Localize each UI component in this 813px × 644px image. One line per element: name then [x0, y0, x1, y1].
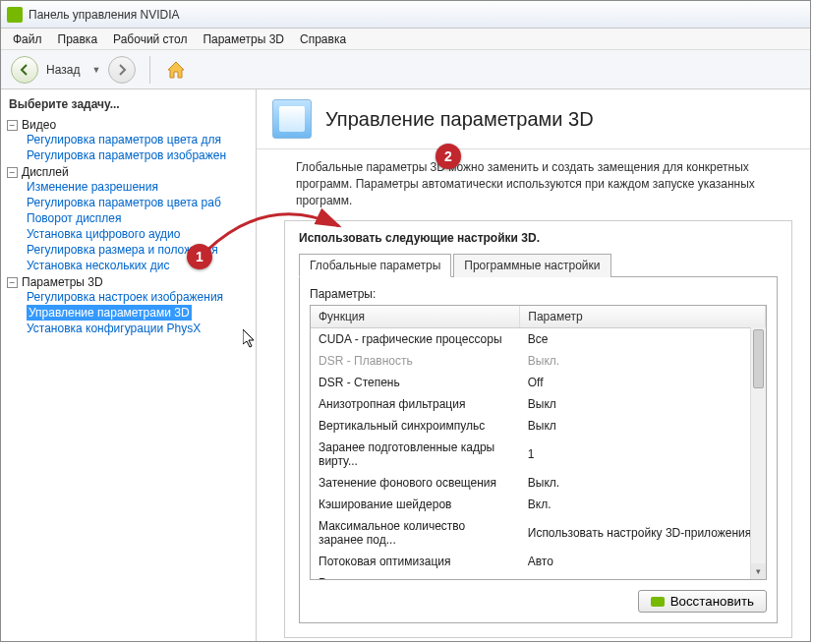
page-header: Управление параметрами 3D [257, 89, 810, 149]
tree-category-3d[interactable]: Параметры 3D [22, 275, 103, 289]
cell-function: CUDA - графические процессоры [311, 328, 520, 351]
menu-params3d[interactable]: Параметры 3D [195, 30, 292, 48]
cell-function: Кэширование шейдеров [311, 494, 520, 515]
tree-item[interactable]: Установка нескольких дис [27, 259, 169, 272]
table-row[interactable]: Заранее подготовленные кадры вирту...1 [311, 437, 766, 472]
tab-global[interactable]: Глобальные параметры [299, 254, 451, 277]
tabs: Глобальные параметры Программные настрой… [299, 253, 778, 277]
cell-parameter: Off [520, 372, 766, 393]
body: Выберите задачу... −Видео Регулировка па… [1, 89, 810, 641]
tree-category-video[interactable]: Видео [22, 118, 56, 132]
cell-function: Затенение фонового освещения [311, 472, 520, 494]
menubar: Файл Правка Рабочий стол Параметры 3D Сп… [1, 29, 810, 50]
sidebar: Выберите задачу... −Видео Регулировка па… [1, 89, 257, 641]
table-row[interactable]: CUDA - графические процессорыВсе [311, 328, 766, 351]
cell-function: Вертикальный синхроимпульс [311, 415, 520, 437]
cell-function: Потоковая оптимизация [311, 551, 520, 572]
back-dropdown-icon[interactable]: ▼ [91, 65, 100, 75]
menu-file[interactable]: Файл [5, 30, 50, 48]
tree-item-manage-3d[interactable]: Управление параметрами 3D [27, 305, 192, 321]
table-row[interactable]: Анизотропная фильтрацияВыкл [311, 393, 766, 415]
window-title: Панель управления NVIDIA [29, 8, 180, 22]
table-row[interactable]: Максимальное количество заранее под...Ис… [311, 515, 766, 551]
tree-item[interactable]: Установка конфигурации PhysX [27, 322, 201, 335]
scrollbar-thumb[interactable] [753, 329, 764, 388]
tree-item[interactable]: Изменение разрешения [27, 180, 158, 194]
cell-function: Заранее подготовленные кадры вирту... [311, 437, 520, 472]
table-row[interactable]: Кэширование шейдеровВкл. [311, 494, 766, 515]
cell-function: Максимальное количество заранее под... [311, 515, 520, 551]
table-row[interactable]: DSR - СтепеньOff [311, 372, 766, 393]
cell-function: DSR - Плавность [311, 350, 520, 372]
3d-settings-icon [272, 99, 312, 139]
arrow-left-icon [18, 63, 31, 77]
sidebar-title: Выберите задачу... [7, 95, 256, 117]
callout-marker-1: 1 [187, 244, 212, 269]
restore-button[interactable]: Восстановить [638, 590, 767, 613]
table-row[interactable]: Потоковая оптимизацияАвто [311, 551, 766, 572]
table-row[interactable]: DSR - ПлавностьВыкл. [311, 350, 766, 372]
params-label: Параметры: [310, 287, 767, 301]
scroll-down-icon[interactable]: ▾ [751, 563, 766, 579]
back-label: Назад [46, 63, 80, 77]
cell-parameter: Вкл. [520, 494, 766, 515]
col-parameter[interactable]: Параметр [520, 306, 766, 328]
cell-parameter: Все [520, 328, 766, 351]
tree-toggle-icon[interactable]: − [7, 277, 18, 288]
nvidia-icon [7, 7, 23, 23]
params-table[interactable]: Функция Параметр CUDA - графические проц… [310, 305, 767, 580]
menu-edit[interactable]: Правка [50, 30, 106, 48]
tree-toggle-icon[interactable]: − [7, 120, 18, 131]
tree-item[interactable]: Регулировка параметров цвета для [27, 133, 221, 146]
tree-item[interactable]: Регулировка параметров цвета раб [27, 196, 221, 209]
cell-parameter: Выкл. [520, 350, 766, 372]
cell-parameter: Авто [520, 551, 766, 572]
page-title: Управление параметрами 3D [325, 108, 594, 131]
cursor-icon [243, 329, 259, 353]
scrollbar[interactable]: ▾ [750, 327, 766, 579]
table-row[interactable]: Режим управления электропитаниемАдаптивн… [311, 572, 766, 580]
nvidia-control-panel-window: Панель управления NVIDIA Файл Правка Раб… [0, 0, 811, 642]
cell-parameter: Выкл [520, 393, 766, 415]
tree-item[interactable]: Регулировка параметров изображен [27, 148, 226, 162]
col-function[interactable]: Функция [311, 306, 520, 328]
tree-item[interactable]: Поворот дисплея [27, 211, 122, 225]
back-button[interactable] [11, 56, 38, 84]
cell-parameter: Выкл. [520, 472, 766, 494]
intro-text: Глобальные параметры 3D можно заменить и… [257, 149, 810, 212]
tab-program[interactable]: Программные настройки [453, 254, 610, 277]
cell-function: Анизотропная фильтрация [311, 393, 520, 415]
cell-function: DSR - Степень [311, 372, 520, 393]
titlebar[interactable]: Панель управления NVIDIA [1, 1, 810, 29]
forward-button[interactable] [108, 56, 136, 84]
cell-function: Режим управления электропитанием [311, 572, 520, 580]
cell-parameter: Адаптивный [520, 572, 766, 580]
menu-desktop[interactable]: Рабочий стол [105, 30, 195, 48]
tree-item[interactable]: Установка цифрового аудио [27, 227, 180, 241]
cell-parameter: 1 [520, 437, 766, 472]
cell-parameter: Выкл [520, 415, 766, 437]
home-button[interactable] [164, 58, 188, 82]
task-tree: −Видео Регулировка параметров цвета для … [7, 117, 256, 337]
table-row[interactable]: Затенение фонового освещенияВыкл. [311, 472, 766, 494]
tab-body: Параметры: Функция Параметр CUDA - графи… [299, 277, 778, 623]
toolbar: Назад ▼ [1, 50, 810, 89]
home-icon [165, 59, 187, 81]
tree-toggle-icon[interactable]: − [7, 167, 18, 178]
table-row[interactable]: Вертикальный синхроимпульсВыкл [311, 415, 766, 437]
menu-help[interactable]: Справка [292, 30, 354, 48]
settings-box: Использовать следующие настройки 3D. Гло… [284, 220, 792, 638]
toolbar-separator [149, 56, 150, 84]
arrow-right-icon [115, 63, 129, 77]
callout-marker-2: 2 [436, 144, 461, 169]
main-panel: Управление параметрами 3D Глобальные пар… [257, 89, 810, 641]
settings-box-title: Использовать следующие настройки 3D. [299, 231, 778, 245]
cell-parameter: Использовать настройку 3D-приложения [520, 515, 766, 551]
tree-item[interactable]: Регулировка настроек изображения [27, 290, 223, 304]
restore-label: Восстановить [670, 594, 754, 609]
tree-category-display[interactable]: Дисплей [22, 165, 69, 179]
nvidia-logo-icon [651, 597, 665, 607]
